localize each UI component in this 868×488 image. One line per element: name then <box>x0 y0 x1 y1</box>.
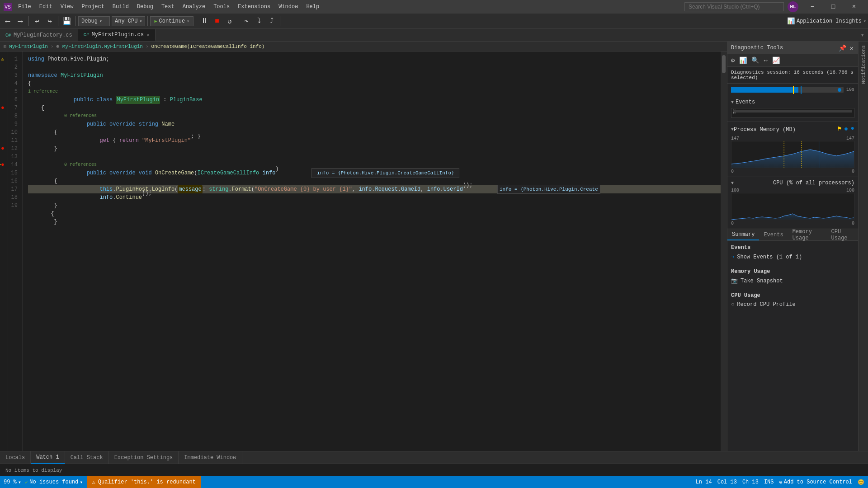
step-over-btn[interactable]: ↷ <box>241 15 252 27</box>
code-line-15: info.Continue(); <box>28 193 721 202</box>
status-col[interactable]: Col 13 <box>717 479 737 485</box>
status-source-control[interactable]: ⊕ Add to Source Control <box>779 479 852 486</box>
continue-dropdown-arrow[interactable]: ▾ <box>187 19 189 24</box>
code-line-5: 1 reference <box>28 88 721 96</box>
menu-window[interactable]: Window <box>275 2 302 11</box>
status-ch[interactable]: Ch 13 <box>742 479 759 485</box>
close-button[interactable]: × <box>844 0 864 14</box>
menu-bar: File Edit View Project Build Debug Test … <box>14 2 681 11</box>
memory-diamond-icon[interactable]: ◆ <box>844 125 848 132</box>
tab-exception-settings[interactable]: Exception Settings <box>109 451 179 464</box>
code-line-10: } <box>28 145 721 153</box>
toolbar-redo-btn[interactable]: ↪ <box>44 15 56 27</box>
diag-settings-btn[interactable]: ⚙ <box>729 56 736 65</box>
record-icon: ○ <box>731 301 734 308</box>
code-line-7ref: 0 references <box>28 112 721 120</box>
tab-memory-usage[interactable]: Memory Usage <box>788 230 827 240</box>
status-feedback-btn[interactable]: 😊 <box>858 479 864 486</box>
tab-watch[interactable]: Watch 1 <box>31 451 65 464</box>
notifications-bar: Notifications <box>858 42 868 451</box>
toolbar-back-btn[interactable]: ⟵ <box>2 15 14 27</box>
diag-close-btn[interactable]: ✕ <box>849 43 854 53</box>
menu-file[interactable]: File <box>14 2 35 11</box>
breadcrumb-class[interactable]: MyFirstPlugin <box>9 44 48 49</box>
debug-config-dropdown[interactable]: Debug▾ <box>78 16 110 26</box>
user-avatar[interactable]: HL <box>788 1 798 12</box>
tab-immediate-window[interactable]: Immediate Window <box>179 451 242 464</box>
step-out-btn[interactable]: ⤴ <box>266 15 278 27</box>
memory-circle-icon[interactable]: ● <box>851 125 854 132</box>
toolbar-undo-btn[interactable]: ↩ <box>31 15 43 27</box>
summary-show-events[interactable]: ⇢ Show Events (1 of 1) <box>731 253 854 260</box>
breadcrumb-method[interactable]: OnCreateGame(ICreateGameCallInfo info) <box>151 44 265 49</box>
warning-icon: ⚠ <box>92 479 95 486</box>
diag-profile-btn[interactable]: 📈 <box>770 56 782 65</box>
toolbar-sep6 <box>238 16 238 26</box>
code-content[interactable]: using Photon.Hive.Plugin; namespace MyFi… <box>23 52 721 451</box>
tab-locals[interactable]: Locals <box>0 451 31 464</box>
events-collapse-arrow[interactable]: ▼ <box>731 100 734 105</box>
menu-tools[interactable]: Tools <box>210 2 233 11</box>
breadcrumb-fullclass[interactable]: ⊕ MyFirstPlugin.MyFirstPlugin <box>56 43 142 49</box>
breakpoint-7[interactable]: ● <box>1 104 5 112</box>
bottom-panel: Locals Watch 1 Call Stack Exception Sett… <box>0 451 868 476</box>
menu-build[interactable]: Build <box>109 2 132 11</box>
status-left: 99 % ▾ ✓ No issues found ▾ <box>4 479 83 486</box>
editor-scrollbar[interactable] <box>721 52 727 451</box>
cpu-collapse-arrow[interactable]: ▼ <box>731 181 734 186</box>
memory-label: Process Memory (MB) <box>734 127 796 133</box>
cpu-config-dropdown[interactable]: Any CPU▾ <box>112 16 145 26</box>
tab-myfirstplugin[interactable]: C# MyFirstPlugin.cs ✕ <box>78 29 156 41</box>
stop-btn[interactable]: ■ <box>211 15 223 27</box>
app-insights-btn[interactable]: 📊 Application Insights ▾ <box>787 17 866 25</box>
timeline[interactable]: 10s <box>727 84 858 96</box>
status-mode[interactable]: INS <box>764 479 774 485</box>
tab-close-btn[interactable]: ✕ <box>146 32 150 38</box>
diag-pin-btn[interactable]: 📌 <box>838 43 847 53</box>
summary-take-snapshot[interactable]: 📷 Take Snapshot <box>731 277 854 284</box>
status-issues[interactable]: ✓ No issues found ▾ <box>25 479 83 486</box>
pause-btn[interactable]: ⏸ <box>198 15 210 27</box>
memory-flag-icon[interactable]: ⚑ <box>838 125 841 132</box>
code-line-9: get { return "MyFirstPlugin"; } <box>28 136 721 145</box>
menu-project[interactable]: Project <box>78 2 108 11</box>
tab-summary[interactable]: Summary <box>727 230 759 240</box>
code-editor[interactable]: ⚠ 1 2 3 4 5 6 ● 7 8 9 10 11 ● 12 <box>0 52 727 451</box>
tab-callstack[interactable]: Call Stack <box>65 451 109 464</box>
tab-mypluginFactory[interactable]: C# MyPluginFactory.cs <box>0 29 78 41</box>
menu-extensions[interactable]: Extensions <box>234 2 274 11</box>
menu-test[interactable]: Test <box>158 2 178 11</box>
tab-events[interactable]: Events <box>759 230 788 240</box>
summary-record-cpu[interactable]: ○ Record CPU Profile <box>731 301 854 308</box>
memory-header: ▼ Process Memory (MB) ⚑ ◆ ● <box>731 125 854 134</box>
toolbar-save-btn[interactable]: 💾 <box>61 15 73 27</box>
toolbar-forward-btn[interactable]: ⟶ <box>14 15 26 27</box>
menu-debug[interactable]: Debug <box>133 2 157 11</box>
status-warning[interactable]: ⚠ Qualifier 'this.' is redundant <box>87 476 201 488</box>
menu-analyze[interactable]: Analyze <box>179 2 209 11</box>
scroll-thumb[interactable] <box>722 55 726 73</box>
restart-btn[interactable]: ↺ <box>224 15 236 27</box>
minimize-button[interactable]: − <box>802 0 823 14</box>
search-input[interactable] <box>684 2 784 11</box>
timeline-bar[interactable] <box>731 87 844 93</box>
diag-snapshot-btn[interactable]: 🔍 <box>750 56 761 65</box>
code-line-14: this.PluginHost.LogInfo(message: string.… <box>28 185 721 193</box>
continue-button[interactable]: ▶ Continue ▾ <box>150 16 193 26</box>
status-line[interactable]: Ln 14 <box>696 479 712 485</box>
tab-dropdown-btn[interactable]: ▾ <box>857 31 868 39</box>
menu-view[interactable]: View <box>57 2 77 11</box>
menu-edit[interactable]: Edit <box>36 2 56 11</box>
diag-compare-btn[interactable]: ↔ <box>762 56 769 65</box>
step-into-btn[interactable]: ⤵ <box>253 15 265 27</box>
breakpoint-14[interactable]: ● <box>1 161 5 169</box>
maximize-button[interactable]: □ <box>823 0 844 14</box>
diag-events-btn[interactable]: 📊 <box>737 56 749 65</box>
tab-cpu-usage[interactable]: CPU Usage <box>827 230 858 240</box>
menu-help[interactable]: Help <box>302 2 323 11</box>
code-line-3: namespace MyFirstPlugin <box>28 71 721 80</box>
notifications-icon[interactable]: Notifications <box>861 43 866 86</box>
insights-dropdown-arrow[interactable]: ▾ <box>863 19 866 24</box>
breakpoint-12[interactable]: ● <box>1 145 5 153</box>
status-zoom[interactable]: 99 % ▾ <box>4 479 21 486</box>
